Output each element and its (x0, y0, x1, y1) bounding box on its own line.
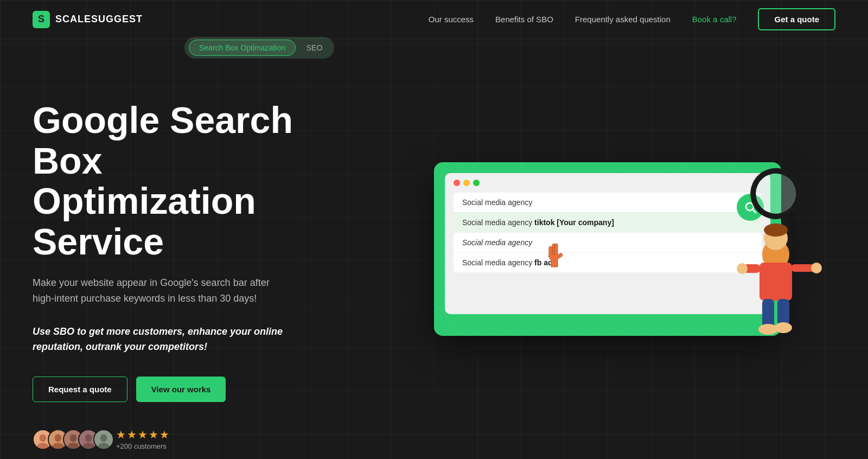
view-works-button[interactable]: View our works (136, 377, 226, 402)
svg-point-29 (745, 163, 806, 224)
star-3: ★ (138, 428, 148, 441)
hero-buttons: Request a quote View our works (33, 377, 347, 402)
tab-sbo[interactable]: Search Box Optimazation (189, 40, 296, 56)
avatar-5 (93, 429, 114, 450)
hero-section: Search Box Optimazation SEO Google Searc… (0, 39, 868, 459)
search-text-3: Social media agency (462, 238, 532, 247)
person-illustration (727, 222, 825, 341)
star-1: ★ (116, 428, 126, 441)
navbar: S SCALESUGGEST Our success Benefits of S… (0, 0, 868, 39)
logo-icon: S (33, 11, 50, 28)
search-result-row-3: Social media agency (454, 233, 762, 253)
nav-faq[interactable]: Frequently asked question (575, 15, 671, 24)
browser-dots (454, 180, 762, 186)
search-text-2a: Social media agency (462, 218, 534, 227)
social-proof: ★ ★ ★ ★ ★ +200 customers (33, 428, 347, 450)
svg-point-27 (758, 324, 778, 335)
svg-point-24 (811, 263, 822, 273)
hero-title: Google Search Box Optimization Service (33, 100, 347, 262)
star-5: ★ (159, 428, 169, 441)
tab-toggle: Search Box Optimazation SEO (184, 37, 334, 59)
svg-point-13 (100, 434, 107, 442)
rating-area: ★ ★ ★ ★ ★ +200 customers (116, 428, 169, 450)
search-text-4a: Social media agency (462, 258, 534, 267)
customers-count: +200 customers (116, 442, 169, 450)
star-4: ★ (149, 428, 158, 441)
search-results: Social media agency Social media agency … (454, 193, 762, 272)
browser-chrome: Social media agency Social media agency … (445, 173, 770, 314)
hero-left: Search Box Optimazation SEO Google Searc… (33, 48, 347, 450)
hero-subtitle: Make your website appear in Google's sea… (33, 275, 293, 307)
browser-mockup: Social media agency Social media agency … (434, 162, 781, 336)
svg-point-19 (764, 224, 788, 237)
svg-rect-26 (777, 299, 789, 326)
svg-point-23 (737, 263, 748, 274)
nav-links: Our success Benefits of SBO Frequently a… (429, 8, 835, 30)
search-result-row-1: Social media agency (454, 193, 762, 213)
nav-our-success[interactable]: Our success (429, 15, 474, 24)
tab-seo[interactable]: SEO (299, 40, 330, 55)
brand-name: SCALESUGGEST (55, 14, 143, 25)
svg-point-10 (85, 434, 92, 442)
logo-area: S SCALESUGGEST (33, 11, 143, 28)
search-result-row-2: Social media agency tiktok [Your company… (454, 213, 762, 233)
star-2: ★ (127, 428, 137, 441)
dot-green-dot (473, 180, 480, 186)
request-quote-button[interactable]: Request a quote (33, 377, 127, 402)
dot-red (454, 180, 460, 186)
hero-right: Social media agency Social media agency … (347, 162, 835, 336)
hero-italic-text: Use SBO to get more customers, enhance y… (33, 324, 304, 355)
svg-rect-20 (760, 263, 792, 301)
hand-cursor-icon (542, 240, 575, 277)
search-text-2b: tiktok [Your company] (534, 218, 614, 227)
get-quote-button[interactable]: Get a quote (758, 8, 835, 30)
svg-point-1 (40, 434, 47, 442)
svg-point-7 (70, 434, 77, 442)
search-text-1: Social media agency (462, 198, 532, 207)
nav-book-call[interactable]: Book a call? (692, 15, 737, 24)
avatar-group (33, 429, 108, 450)
dot-yellow (463, 180, 470, 186)
svg-point-4 (55, 434, 62, 442)
nav-benefits-sbo[interactable]: Benefits of SBO (495, 15, 553, 24)
star-rating: ★ ★ ★ ★ ★ (116, 428, 169, 441)
search-result-row-4: Social media agency fb ads (454, 253, 762, 272)
svg-point-28 (775, 322, 792, 333)
